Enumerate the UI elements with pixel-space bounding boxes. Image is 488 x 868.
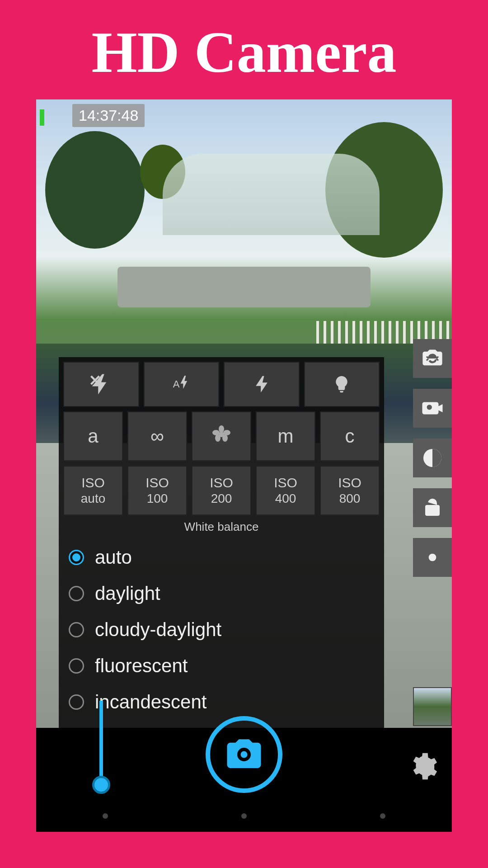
tree-bg — [45, 131, 145, 249]
greenhouse-bg — [163, 154, 380, 235]
iso-400-button[interactable]: ISO400 — [256, 466, 315, 515]
wb-option-cloudy-daylight[interactable]: cloudy-daylight — [69, 612, 380, 648]
switch-camera-icon — [421, 347, 444, 370]
svg-point-11 — [241, 751, 248, 758]
camera-app-screen: 14:37:48 A — [36, 99, 452, 832]
flash-on-icon — [252, 374, 272, 394]
radio-selected-icon — [69, 550, 84, 565]
gear-icon — [407, 750, 438, 782]
exposure-icon — [422, 447, 443, 469]
focus-auto-button[interactable]: a — [63, 411, 123, 461]
focus-infinity-button[interactable]: ∞ — [127, 411, 187, 461]
flower-icon — [211, 425, 232, 447]
side-toolbar — [413, 339, 452, 577]
white-balance-heading: White balance — [63, 520, 380, 534]
svg-point-2 — [219, 425, 224, 433]
bulb-icon — [332, 374, 352, 394]
exposure-button[interactable] — [413, 439, 452, 477]
flash-off-button[interactable] — [63, 362, 139, 407]
focus-macro-button[interactable] — [192, 411, 251, 461]
wb-option-incandescent[interactable]: incandescent — [69, 684, 380, 720]
timer-display: 14:37:48 — [72, 104, 145, 127]
svg-text:A: A — [173, 378, 180, 390]
unlock-icon — [422, 497, 443, 519]
page-title: HD Camera — [0, 0, 488, 99]
svg-point-9 — [429, 554, 436, 561]
photo-video-mode-button[interactable] — [413, 389, 452, 428]
fountain-bg — [117, 267, 371, 307]
android-nav-bar — [36, 800, 452, 832]
camera-icon — [224, 734, 264, 775]
gallery-thumbnail-button[interactable] — [413, 687, 452, 726]
iso-auto-button[interactable]: ISOauto — [63, 466, 123, 515]
iso-800-button[interactable]: ISO800 — [320, 466, 380, 515]
radio-icon — [69, 658, 84, 674]
radio-icon — [69, 622, 84, 637]
bottom-bar — [36, 728, 452, 832]
focus-continuous-button[interactable]: c — [320, 411, 380, 461]
level-indicator — [40, 109, 44, 126]
shutter-button[interactable] — [206, 716, 282, 793]
wb-option-auto[interactable]: auto — [69, 539, 380, 576]
flash-on-button[interactable] — [224, 362, 300, 407]
flash-off-icon — [89, 372, 113, 396]
torch-button[interactable] — [304, 362, 380, 407]
svg-point-7 — [427, 405, 432, 410]
camera-video-icon — [420, 396, 445, 420]
flash-auto-button[interactable]: A — [144, 362, 220, 407]
wb-option-daylight[interactable]: daylight — [69, 576, 380, 612]
color-effect-button[interactable] — [413, 538, 452, 577]
radio-icon — [69, 586, 84, 601]
switch-camera-button[interactable] — [413, 339, 452, 378]
svg-point-5 — [215, 434, 221, 442]
zoom-slider-knob[interactable] — [92, 776, 110, 794]
flash-auto-icon: A — [171, 374, 191, 394]
iso-200-button[interactable]: ISO200 — [192, 466, 251, 515]
nav-recent-button[interactable] — [380, 813, 385, 819]
radio-icon — [69, 694, 84, 710]
white-balance-list: auto daylight cloudy-daylight fluorescen… — [63, 539, 380, 720]
svg-point-6 — [222, 434, 228, 442]
svg-point-4 — [223, 430, 230, 435]
settings-button[interactable] — [407, 750, 438, 782]
camera-settings-panel: A a ∞ — [59, 357, 384, 728]
wb-option-fluorescent[interactable]: fluorescent — [69, 648, 380, 684]
focus-manual-button[interactable]: m — [256, 411, 315, 461]
dot-icon — [423, 548, 441, 566]
lock-button[interactable] — [413, 488, 452, 527]
nav-home-button[interactable] — [241, 813, 247, 819]
svg-point-3 — [212, 430, 220, 435]
nav-back-button[interactable] — [103, 813, 108, 819]
iso-100-button[interactable]: ISO100 — [127, 466, 187, 515]
